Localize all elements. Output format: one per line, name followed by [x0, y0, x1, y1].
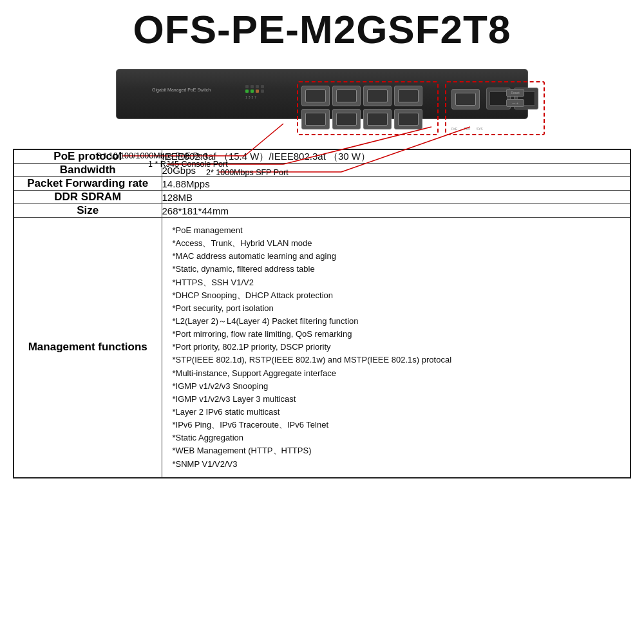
sfp-port-annotation: 2* 1000Mbps SFP Port — [206, 166, 289, 178]
svg-line-2 — [283, 127, 431, 164]
spec-label-ddr-sdram: DDR SDRAM — [14, 191, 162, 204]
spec-table: PoE protocol IEEE802.3af （15.4 W）/IEEE80… — [13, 149, 631, 478]
management-line: *IPv6 Ping、IPv6 Traceroute、IPv6 Telnet — [173, 419, 620, 431]
management-line: *STP(IEEE 802.1d), RSTP(IEEE 802.1w) and… — [173, 354, 620, 366]
management-line: *Port mirroring, flow rate limiting, QoS… — [173, 328, 620, 341]
management-line: *PoE management — [173, 224, 620, 237]
device-section: Gigabit Managed PoE Switch — [13, 56, 631, 140]
table-row: Size 268*181*44mm — [14, 204, 630, 218]
spec-value-size: 268*181*44mm — [162, 204, 630, 218]
spec-label-management: Management functions — [14, 218, 162, 478]
management-line: *WEB Management (HTTP、HTTPS) — [173, 444, 620, 457]
management-line: *IGMP v1/v2/v3 Layer 3 multicast — [173, 393, 620, 406]
management-line: *Port security, port isolation — [173, 302, 620, 315]
management-line: *Static, dynamic, filtered address table — [173, 263, 620, 276]
spec-value-ddr-sdram: 128MB — [162, 191, 630, 204]
management-line: *DHCP Snooping、DHCP Attack protection — [173, 289, 620, 302]
spec-value-management: *PoE management*Access、Trunk、Hybrid VLAN… — [162, 218, 630, 478]
management-line: *Multi-instance, Support Aggregate inter… — [173, 367, 620, 380]
management-line: *Layer 2 IPv6 static multicast — [173, 406, 620, 419]
management-line: *IGMP v1/v2/v3 Snooping — [173, 380, 620, 393]
management-line: *HTTPS、SSH V1/V2 — [173, 276, 620, 289]
management-line: *Port priority, 802.1P priority, DSCP pr… — [173, 341, 620, 354]
management-line: *L2(Layer 2)～L4(Layer 4) Packet filterin… — [173, 315, 620, 328]
spec-value-packet-forwarding: 14.88Mpps — [162, 177, 630, 191]
management-line: *MAC address automatic learning and agin… — [173, 250, 620, 263]
spec-label-size: Size — [14, 204, 162, 218]
management-line: *SNMP V1/V2/V3 — [173, 458, 620, 471]
table-row-management: Management functions *PoE management*Acc… — [14, 218, 630, 478]
table-row: Packet Forwarding rate 14.88Mpps — [14, 177, 630, 191]
management-line: *Static Aggregation — [173, 431, 620, 444]
device-image: Gigabit Managed PoE Switch — [90, 56, 554, 140]
table-row: DDR SDRAM 128MB — [14, 191, 630, 204]
svg-line-0 — [245, 124, 283, 156]
management-line: *Access、Trunk、Hybrid VLAN mode — [173, 237, 620, 250]
product-title: OFS-PE-M2GSF2T8 — [133, 6, 511, 52]
spec-label-packet-forwarding: Packet Forwarding rate — [14, 177, 162, 191]
